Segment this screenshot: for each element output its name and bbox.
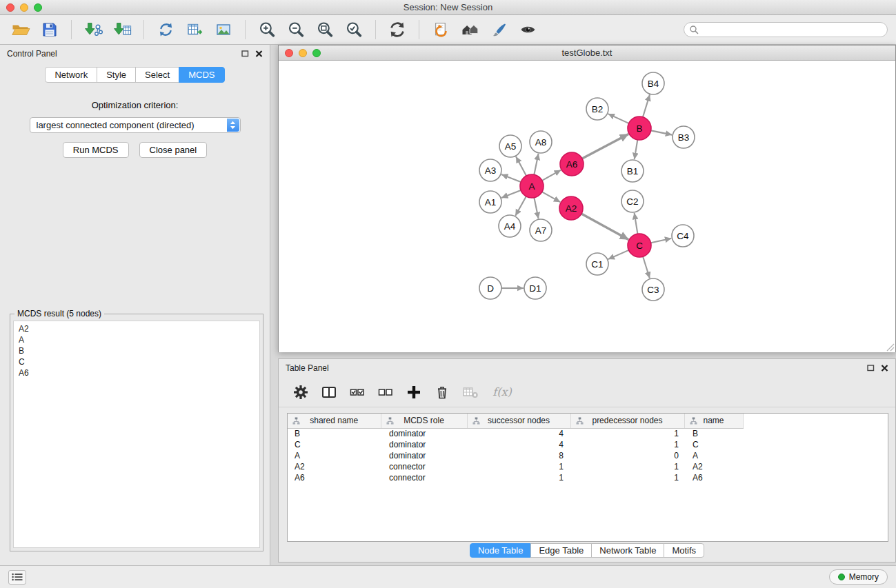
graph-edge-a-a6[interactable] [542,170,561,181]
mcds-result-item[interactable]: A [14,334,259,345]
graph-edge-a2-c[interactable] [581,214,628,239]
apply-layout-button[interactable] [385,18,410,41]
create-column-button[interactable] [406,384,422,401]
app-titlebar[interactable]: Session: New Session [0,0,896,15]
function-builder-button[interactable]: f(x) [490,384,514,401]
table-cell[interactable]: 8 [467,450,570,461]
export-image-button[interactable] [211,18,236,41]
graph-edge-b-b2[interactable] [608,114,629,123]
tab-network-table[interactable]: Network Table [591,543,664,558]
network-window-titlebar[interactable]: testGlobe.txt [279,45,895,61]
open-session-button[interactable] [8,18,33,41]
graph-edge-a6-b[interactable] [582,134,628,159]
table-cell[interactable]: 4 [467,428,570,439]
table-cell[interactable]: 0 [570,450,684,461]
graph-edge-b-b3[interactable] [651,130,673,134]
graph-node-c[interactable]: C [628,234,651,257]
zoom-window-button[interactable] [34,3,42,12]
table-cell[interactable]: C [684,439,743,450]
graph-edge-a-a3[interactable] [501,174,521,182]
search-input[interactable] [699,25,882,34]
column-header-name[interactable]: name [684,414,743,428]
graph-node-a7[interactable]: A7 [530,219,552,241]
mcds-result-item[interactable]: A2 [14,323,259,334]
close-panel-icon[interactable] [255,50,263,57]
graph-node-a8[interactable]: A8 [530,131,552,153]
task-history-button[interactable] [8,570,26,585]
mcds-result-item[interactable]: C [14,356,259,367]
table-settings-button[interactable] [292,384,309,401]
graph-node-a5[interactable]: A5 [499,135,521,157]
search-box[interactable] [684,22,888,37]
table-row[interactable]: Adominator80A [288,450,743,461]
zoom-selected-button[interactable] [341,18,366,41]
tab-node-table[interactable]: Node Table [470,543,532,558]
graph-node-a[interactable]: A [520,174,544,198]
float-panel-icon[interactable] [241,50,249,57]
node-table-container[interactable]: shared nameMCDS rolesuccessor nodesprede… [287,413,888,542]
graph-edge-c-c3[interactable] [643,256,650,278]
graph-node-a4[interactable]: A4 [499,215,521,237]
table-cell[interactable]: A2 [684,461,743,472]
table-cell[interactable]: C [288,439,381,450]
tab-style[interactable]: Style [97,67,136,83]
column-header-successor-nodes[interactable]: successor nodes [467,414,570,428]
graph-edge-a-a5[interactable] [516,156,526,176]
annotation-button[interactable] [486,18,511,41]
zoom-out-button[interactable] [283,18,308,41]
graph-node-a3[interactable]: A3 [479,159,501,181]
float-panel-icon[interactable] [867,365,875,372]
column-header-predecessor-nodes[interactable]: predecessor nodes [570,414,684,428]
mcds-result-item[interactable]: B [14,345,259,356]
tab-edge-table[interactable]: Edge Table [530,543,592,558]
tab-network[interactable]: Network [45,67,97,83]
graph-node-b2[interactable]: B2 [586,98,608,120]
graph-edge-c-c4[interactable] [651,239,672,243]
import-network-button[interactable] [81,18,106,41]
graph-edge-a-a2[interactable] [542,192,561,202]
table-cell[interactable]: A2 [288,461,381,472]
graph-node-c3[interactable]: C3 [642,278,664,301]
network-canvas[interactable]: B4B2BB3A5A8A6A3B1AC2A1A2A4A7C4CC1DD1C3 [279,61,895,352]
graph-node-c1[interactable]: C1 [586,253,608,275]
table-cell[interactable]: dominator [381,450,467,461]
mcds-result-list[interactable]: A2ABCA6 [13,321,260,548]
export-network-button[interactable] [153,18,178,41]
network-minimize-button[interactable] [299,49,307,57]
table-cell[interactable]: B [684,428,743,439]
graph-node-d[interactable]: D [479,277,501,299]
minimize-window-button[interactable] [20,3,28,12]
close-window-button[interactable] [6,3,14,12]
show-columns-button[interactable] [321,384,337,401]
deselect-all-columns-button[interactable] [377,384,394,401]
graph-edge-a-a4[interactable] [515,196,526,216]
tab-select[interactable]: Select [135,67,179,83]
table-cell[interactable]: A6 [684,472,743,483]
graph-node-a1[interactable]: A1 [479,191,501,213]
graph-edge-a-a1[interactable] [501,190,521,198]
table-cell[interactable]: 1 [467,472,570,483]
graph-node-a6[interactable]: A6 [560,152,584,176]
memory-button[interactable]: Memory [829,569,888,585]
first-neighbors-button[interactable] [428,18,453,41]
table-cell[interactable]: 4 [467,439,570,450]
graph-node-b1[interactable]: B1 [621,160,644,182]
table-cell[interactable]: 1 [570,439,684,450]
graph-edge-b-b1[interactable] [635,140,638,159]
tab-motifs[interactable]: Motifs [664,543,704,558]
table-cell[interactable]: connector [381,461,467,472]
table-row[interactable]: Bdominator41B [288,428,743,439]
show-hide-button[interactable] [515,18,540,41]
delete-column-button[interactable] [434,384,450,401]
table-cell[interactable]: B [288,428,381,439]
graph-node-b4[interactable]: B4 [642,72,664,94]
table-cell[interactable]: 1 [467,461,570,472]
mcds-result-item[interactable]: A6 [14,367,259,378]
graph-node-c4[interactable]: C4 [672,225,694,247]
network-zoom-button[interactable] [312,49,321,57]
column-header-mcds-role[interactable]: MCDS role [381,414,467,428]
graph-node-d1[interactable]: D1 [524,277,546,299]
close-panel-button[interactable]: Close panel [139,142,208,158]
graph-edge-c-c1[interactable] [608,250,629,259]
window-resize-grip[interactable] [886,343,895,352]
